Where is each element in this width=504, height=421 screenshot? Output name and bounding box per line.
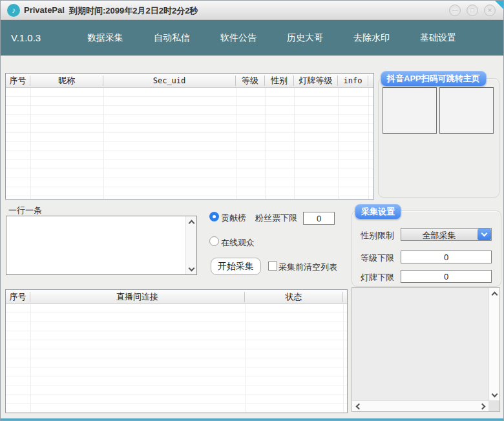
nav-item-history[interactable]: 历史大哥 xyxy=(287,32,323,44)
log-listbox[interactable] xyxy=(352,287,500,412)
app-title: PrivatePal xyxy=(24,5,65,15)
rooms-table-header: 序号 直播间连接 状态 xyxy=(6,290,347,304)
col-separator xyxy=(343,304,344,413)
qr-code-placeholder-2 xyxy=(439,87,494,134)
room-links-textarea-frame xyxy=(6,216,197,275)
version-label: V.1.0.3 xyxy=(11,32,41,43)
radio-contribution-label[interactable]: 贡献榜 xyxy=(221,212,246,224)
col-separator xyxy=(265,88,266,199)
nav-menu: 数据采集 自动私信 软件公告 历史大哥 去除水印 基础设置 xyxy=(87,20,456,56)
users-col-stub xyxy=(368,76,373,86)
qr-panel xyxy=(378,78,499,198)
scrollbar-corner xyxy=(488,400,499,411)
users-col-badge[interactable]: 灯牌等级 xyxy=(294,76,338,86)
nav-item-watermark[interactable]: 去除水印 xyxy=(353,32,390,44)
users-col-secuid[interactable]: Sec_uid xyxy=(103,76,236,86)
rooms-col-index[interactable]: 序号 xyxy=(6,292,30,302)
expiry-time-text: 到期时间:2099年2月2日2时2分2秒 xyxy=(69,5,198,17)
users-col-gender[interactable]: 性别 xyxy=(265,76,294,86)
textarea-scrollbar[interactable] xyxy=(185,216,196,274)
rooms-table-body[interactable] xyxy=(6,304,347,413)
qr-code-placeholder-1 xyxy=(383,87,437,134)
scroll-right-icon[interactable] xyxy=(478,401,488,412)
app-window: ♪ PrivatePal 到期时间:2099年2月2日2时2分2秒 — □ ✕ … xyxy=(0,0,504,421)
users-col-nickname[interactable]: 昵称 xyxy=(30,76,103,86)
scroll-down-icon[interactable] xyxy=(186,263,197,274)
rooms-col-status[interactable]: 状态 xyxy=(245,292,343,302)
title-bar: ♪ PrivatePal 到期时间:2099年2月2日2时2分2秒 — □ ✕ xyxy=(1,1,503,20)
gender-limit-value: 全部采集 xyxy=(401,230,477,241)
scroll-left-icon[interactable] xyxy=(352,401,363,412)
col-separator xyxy=(245,304,246,413)
rooms-col-link[interactable]: 直播间连接 xyxy=(30,292,245,302)
level-min-input[interactable] xyxy=(401,251,492,263)
col-separator xyxy=(236,88,236,199)
clear-before-collect-label[interactable]: 采集前清空列表 xyxy=(278,262,337,273)
scroll-up-icon[interactable] xyxy=(489,288,500,299)
maximize-button[interactable]: □ xyxy=(467,5,478,16)
nav-item-announcement[interactable]: 软件公告 xyxy=(220,32,257,44)
rooms-table: 序号 直播间连接 状态 xyxy=(5,289,348,413)
badge-min-label: 灯牌下限 xyxy=(361,272,394,283)
users-col-info[interactable]: info xyxy=(338,76,368,86)
clear-before-collect-checkbox[interactable] xyxy=(268,262,277,271)
users-table: 序号 昵称 Sec_uid 等级 性别 灯牌等级 info xyxy=(5,73,374,200)
rooms-col-stub xyxy=(343,292,347,302)
scroll-up-icon[interactable] xyxy=(186,216,197,227)
gender-limit-label: 性别限制 xyxy=(361,230,394,241)
col-separator xyxy=(103,88,104,199)
room-links-textarea[interactable] xyxy=(6,216,186,274)
col-separator xyxy=(294,88,295,199)
users-table-header: 序号 昵称 Sec_uid 等级 性别 灯牌等级 info xyxy=(6,74,373,88)
start-collect-button[interactable]: 开始采集 xyxy=(211,258,261,275)
corner-fold-decoration xyxy=(495,1,503,9)
col-separator xyxy=(338,88,339,199)
window-bottom-border xyxy=(1,418,503,420)
users-col-level[interactable]: 等级 xyxy=(236,76,265,86)
collect-settings-label: 采集设置 xyxy=(355,204,401,220)
users-table-body[interactable] xyxy=(6,88,373,199)
qr-panel-label: 抖音APP扫码可跳转主页 xyxy=(381,71,487,87)
col-separator xyxy=(30,88,31,199)
close-button[interactable]: ✕ xyxy=(484,5,496,16)
listbox-vertical-scrollbar[interactable] xyxy=(488,288,499,400)
nav-bar: V.1.0.3 数据采集 自动私信 软件公告 历史大哥 去除水印 基础设置 xyxy=(1,20,503,56)
nav-item-settings[interactable]: 基础设置 xyxy=(420,32,456,44)
one-per-line-label: 一行一条 xyxy=(8,205,42,216)
listbox-horizontal-scrollbar[interactable] xyxy=(352,400,488,411)
gender-limit-dropdown[interactable]: 全部采集 xyxy=(401,228,492,241)
fan-ticket-min-label: 粉丝票下限 xyxy=(255,212,297,224)
nav-item-data-collect[interactable]: 数据采集 xyxy=(87,32,123,44)
scroll-down-icon[interactable] xyxy=(489,389,500,400)
app-logo-icon: ♪ xyxy=(7,4,20,17)
col-separator xyxy=(368,88,369,199)
radio-contribution-board[interactable] xyxy=(209,212,219,221)
fan-ticket-min-input[interactable] xyxy=(303,212,335,225)
users-col-index[interactable]: 序号 xyxy=(6,76,30,86)
chevron-down-icon[interactable] xyxy=(478,229,491,240)
level-min-label: 等级下限 xyxy=(361,252,394,264)
radio-online-label[interactable]: 在线观众 xyxy=(221,237,255,249)
minimize-button[interactable]: — xyxy=(449,5,461,16)
nav-item-auto-message[interactable]: 自动私信 xyxy=(154,32,190,44)
radio-online-viewers[interactable] xyxy=(209,236,219,246)
col-separator xyxy=(30,304,31,413)
badge-min-input[interactable] xyxy=(401,270,492,283)
